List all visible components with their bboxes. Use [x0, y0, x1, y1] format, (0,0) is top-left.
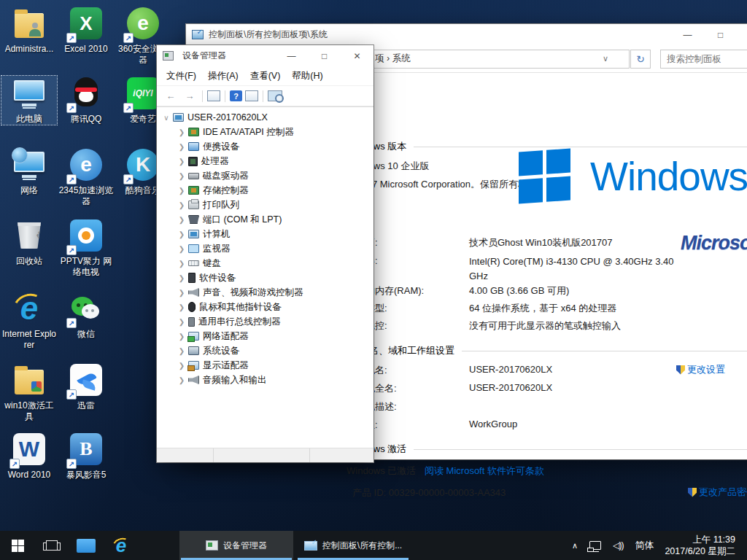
- device-manager-window: 设备管理器 — □ ✕ 文件(F) 操作(A) 查看(V) 帮助(H) ← → …: [157, 45, 374, 462]
- expand-icon[interactable]: ❯: [177, 318, 187, 326]
- shortcut-arrow-icon: ↗: [66, 459, 77, 469]
- serial-port-icon: [188, 215, 199, 224]
- change-product-key-link[interactable]: 更改产品密钥: [688, 486, 747, 499]
- help-icon[interactable]: ?: [230, 90, 242, 101]
- menu-file[interactable]: 文件(F): [161, 67, 201, 85]
- clock[interactable]: 上午 11:39 2017/6/20 星期二: [660, 531, 743, 560]
- tree-node-computer2[interactable]: ❯计算机: [157, 227, 374, 241]
- task-view-button[interactable]: [35, 531, 69, 560]
- tree-node-audio-io[interactable]: ❯音频输入和输出: [157, 373, 374, 387]
- maximize-button[interactable]: □: [704, 24, 737, 45]
- shortcut-arrow-icon: ↗: [66, 245, 77, 255]
- tree-node-processor[interactable]: ❯处理器: [157, 154, 374, 168]
- expand-icon[interactable]: ❯: [177, 187, 187, 195]
- tree-node-monitor[interactable]: ❯监视器: [157, 241, 374, 256]
- tray-chevron-icon[interactable]: ∧: [567, 531, 583, 560]
- desktop-icon-administrator[interactable]: Administra...: [1, 6, 57, 55]
- row-value: USER-20170620LX: [469, 382, 552, 393]
- tree-node-software[interactable]: ❯软件设备: [157, 271, 374, 285]
- tree-node-sound[interactable]: ❯声音、视频和游戏控制器: [157, 285, 374, 300]
- expand-icon[interactable]: ❯: [177, 172, 187, 180]
- tree-node-display-adapter[interactable]: ❯显示适配器: [157, 358, 374, 373]
- tree-node-mouse[interactable]: ❯鼠标和其他指针设备: [157, 300, 374, 314]
- desktop-icon-pptv[interactable]: ↗ PPTV聚力 网络电视: [58, 218, 114, 278]
- tree-node-print-queue[interactable]: ❯打印队列: [157, 198, 374, 212]
- forward-icon[interactable]: →: [182, 89, 198, 104]
- expand-icon[interactable]: ∨: [161, 114, 171, 122]
- shortcut-arrow-icon: ↗: [66, 33, 77, 43]
- desktop-icon-storm[interactable]: B↗ 暴风影音5: [58, 432, 114, 481]
- expand-icon[interactable]: ❯: [177, 332, 187, 341]
- menu-bar: 文件(F) 操作(A) 查看(V) 帮助(H): [157, 66, 374, 86]
- expand-icon[interactable]: ❯: [177, 201, 187, 209]
- expand-icon[interactable]: ❯: [177, 245, 187, 253]
- expand-icon[interactable]: ❯: [177, 158, 187, 166]
- tree-node-storage[interactable]: ❯存储控制器: [157, 183, 374, 198]
- minimize-button[interactable]: —: [671, 24, 704, 45]
- desktop-icon-recycle-bin[interactable]: 回收站: [1, 218, 57, 267]
- taskbar-explorer-button[interactable]: [69, 531, 104, 560]
- expand-icon[interactable]: ❯: [177, 362, 187, 370]
- tree-node-network-adapter[interactable]: ❯网络适配器: [157, 329, 374, 343]
- tree-node-computer[interactable]: ∨USER-20170620LX: [157, 110, 374, 125]
- desktop-icon-win10-tool[interactable]: win10激活工具: [1, 362, 57, 422]
- desktop-icon-xunlei[interactable]: ↗ 迅雷: [58, 362, 114, 411]
- desktop-icon-network[interactable]: 网络: [1, 147, 57, 196]
- tree-node-ide[interactable]: ❯IDE ATA/ATAPI 控制器: [157, 125, 374, 139]
- taskbar-device-manager-button[interactable]: 设备管理器: [179, 531, 293, 560]
- expand-icon[interactable]: ❯: [177, 303, 187, 311]
- expand-icon[interactable]: ❯: [177, 230, 187, 238]
- expand-icon[interactable]: ❯: [177, 347, 187, 355]
- internet-explorer-icon: e: [12, 291, 47, 326]
- row-value: 4.00 GB (3.66 GB 可用): [469, 284, 569, 298]
- expand-icon[interactable]: ❯: [177, 376, 187, 384]
- desktop-icon-wechat[interactable]: ↗ 微信: [58, 291, 114, 340]
- network-icon: [12, 147, 47, 182]
- taskbar-ie-button[interactable]: e: [104, 531, 139, 560]
- start-button[interactable]: [0, 531, 35, 560]
- desktop-icon-qq[interactable]: ↗ 腾讯QQ: [58, 76, 114, 125]
- menu-view[interactable]: 查看(V): [245, 67, 286, 85]
- close-button[interactable]: ✕: [737, 24, 747, 45]
- tree-node-ports[interactable]: ❯端口 (COM 和 LPT): [157, 212, 374, 227]
- close-button[interactable]: ✕: [341, 45, 374, 66]
- search-box: [660, 50, 747, 69]
- expand-icon[interactable]: ❯: [177, 289, 187, 297]
- show-console-tree-icon[interactable]: [207, 90, 220, 101]
- expand-icon[interactable]: ❯: [177, 274, 187, 282]
- taskbar-control-panel-button[interactable]: 控制面板\所有控制...: [296, 531, 410, 560]
- minimize-button[interactable]: —: [275, 45, 308, 66]
- input-method-indicator[interactable]: 简体: [630, 531, 659, 560]
- tree-node-portable[interactable]: ❯便携设备: [157, 139, 374, 154]
- properties-icon[interactable]: [245, 90, 258, 101]
- back-icon[interactable]: ←: [163, 89, 179, 104]
- desktop-icon-this-pc[interactable]: 此电脑: [1, 76, 57, 125]
- menu-action[interactable]: 操作(A): [203, 67, 244, 85]
- network-tray-icon[interactable]: [584, 531, 606, 560]
- expand-icon[interactable]: ❯: [177, 216, 187, 224]
- scan-hardware-icon[interactable]: [268, 90, 282, 101]
- expand-icon[interactable]: ❯: [177, 260, 187, 268]
- search-input[interactable]: [661, 54, 747, 64]
- license-terms-link[interactable]: 阅读 Microsoft 软件许可条款: [425, 464, 544, 478]
- change-settings-link[interactable]: 更改设置: [676, 363, 725, 376]
- status-bar: [157, 448, 374, 462]
- desktop-icon-2345-browser[interactable]: e↗ 2345加速浏览器: [58, 147, 114, 207]
- volume-icon[interactable]: ◁)): [608, 531, 628, 560]
- software-device-icon: [188, 273, 196, 283]
- desktop-icon-word[interactable]: W↗ Word 2010: [1, 432, 57, 481]
- tree-node-usb[interactable]: ❯通用串行总线控制器: [157, 314, 374, 329]
- device-manager-icon: [206, 540, 218, 551]
- expand-icon[interactable]: ❯: [177, 143, 187, 151]
- refresh-icon[interactable]: ↻: [630, 50, 651, 69]
- tree-node-system-devices[interactable]: ❯系统设备: [157, 343, 374, 358]
- maximize-button[interactable]: □: [308, 45, 341, 66]
- menu-help[interactable]: 帮助(H): [287, 67, 328, 85]
- expand-icon[interactable]: ❯: [177, 128, 187, 136]
- disk-drive-icon: [188, 173, 199, 179]
- desktop-icon-excel[interactable]: X↗ Excel 2010: [58, 6, 114, 55]
- chevron-down-icon[interactable]: ∨: [603, 54, 608, 63]
- desktop-icon-ie[interactable]: e Internet Explorer: [1, 291, 57, 351]
- tree-node-keyboard[interactable]: ❯键盘: [157, 256, 374, 271]
- tree-node-disk[interactable]: ❯磁盘驱动器: [157, 168, 374, 183]
